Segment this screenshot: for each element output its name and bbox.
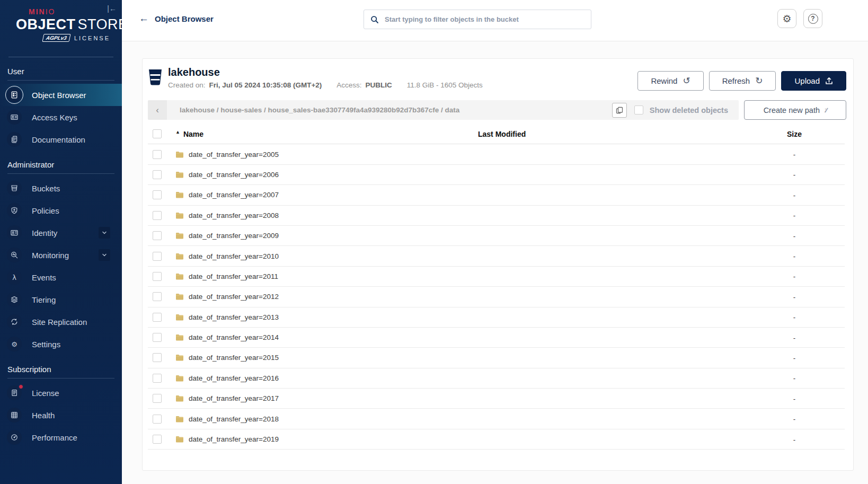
- show-deleted-toggle: Show deleted objects: [634, 105, 728, 115]
- table-row[interactable]: date_of_transfer_year=2009-: [148, 226, 845, 246]
- sidebar-item-settings[interactable]: ⚙Settings: [0, 333, 122, 355]
- sidebar-item-health[interactable]: Health: [0, 404, 122, 426]
- copy-icon: [616, 107, 623, 114]
- sidebar-item-license[interactable]: License: [0, 382, 122, 404]
- bucket-header: lakehouse Created on: Fri, Jul 05 2024 1…: [143, 59, 853, 98]
- row-checkbox[interactable]: [153, 333, 162, 342]
- settings-gear-button[interactable]: ⚙: [777, 9, 796, 28]
- sidebar-section-divider: [7, 80, 114, 81]
- object-folder-name[interactable]: date_of_transfer_year=2008: [189, 212, 279, 219]
- chevron-down-icon[interactable]: [99, 227, 110, 239]
- folder-icon: [175, 354, 184, 361]
- show-deleted-checkbox[interactable]: [634, 105, 643, 115]
- object-folder-name[interactable]: date_of_transfer_year=2016: [189, 374, 279, 382]
- object-folder-name[interactable]: date_of_transfer_year=2015: [189, 354, 279, 362]
- table-row[interactable]: date_of_transfer_year=2017-: [148, 389, 845, 409]
- row-checkbox[interactable]: [153, 231, 162, 240]
- breadcrumb-back-button[interactable]: ‹: [148, 100, 167, 120]
- sidebar-item-label: Settings: [32, 340, 60, 349]
- column-header-last-modified[interactable]: Last Modified: [478, 130, 526, 138]
- help-button[interactable]: ?: [803, 9, 822, 28]
- object-filter-searchbox[interactable]: [364, 10, 591, 29]
- sidebar-item-site-replication[interactable]: Site Replication: [0, 311, 122, 333]
- table-row[interactable]: date_of_transfer_year=2018-: [148, 409, 845, 429]
- search-input[interactable]: [385, 15, 584, 23]
- topbar: ← Object Browser ⚙ ?: [122, 0, 868, 41]
- object-folder-name[interactable]: date_of_transfer_year=2014: [189, 333, 279, 341]
- create-new-path-button[interactable]: Create new path :∕∕: [744, 100, 846, 120]
- sidebar-item-performance[interactable]: Performance: [0, 426, 122, 448]
- select-all-checkbox[interactable]: [153, 129, 162, 138]
- object-folder-name[interactable]: date_of_transfer_year=2018: [189, 415, 279, 423]
- copy-path-button[interactable]: [612, 103, 627, 118]
- row-checkbox[interactable]: [153, 211, 162, 220]
- column-header-name[interactable]: Name: [183, 130, 203, 138]
- sidebar-item-access-keys[interactable]: Access Keys: [0, 106, 122, 128]
- object-folder-name[interactable]: date_of_transfer_year=2011: [189, 272, 278, 280]
- folder-icon: [175, 375, 184, 382]
- size-cell: -: [793, 252, 796, 260]
- chevron-down-icon[interactable]: [99, 249, 110, 261]
- object-folder-name[interactable]: date_of_transfer_year=2017: [189, 394, 279, 402]
- table-row[interactable]: date_of_transfer_year=2007-: [148, 185, 845, 205]
- table-row[interactable]: date_of_transfer_year=2010-: [148, 246, 845, 266]
- sidebar-item-identity[interactable]: Identity: [0, 222, 122, 244]
- sidebar-item-label: Performance: [32, 433, 77, 442]
- upload-button[interactable]: Upload: [781, 71, 846, 91]
- object-folder-name[interactable]: date_of_transfer_year=2019: [189, 435, 279, 443]
- sidebar-item-label: Tiering: [32, 295, 56, 304]
- size-cell: -: [793, 212, 796, 219]
- row-checkbox[interactable]: [153, 394, 162, 403]
- size-cell: -: [793, 354, 796, 362]
- sidebar-item-monitoring[interactable]: Monitoring: [0, 244, 122, 266]
- column-header-size[interactable]: Size: [787, 130, 802, 138]
- row-checkbox[interactable]: [153, 374, 162, 383]
- sidebar-item-tiering[interactable]: Tiering: [0, 288, 122, 311]
- row-checkbox[interactable]: [153, 170, 162, 179]
- refresh-button[interactable]: Refresh↻: [709, 71, 776, 91]
- sidebar-section-label: Administrator: [0, 151, 122, 173]
- row-checkbox[interactable]: [153, 415, 162, 424]
- object-folder-name[interactable]: date_of_transfer_year=2007: [189, 191, 279, 199]
- table-row[interactable]: date_of_transfer_year=2005-: [148, 144, 845, 164]
- sidebar-item-documentation[interactable]: Documentation: [0, 128, 122, 151]
- object-browser-icon: [7, 87, 22, 102]
- buckets-icon: [7, 181, 22, 196]
- rewind-button[interactable]: Rewind↺: [637, 71, 703, 91]
- sort-ascending-icon[interactable]: ▲: [175, 129, 180, 135]
- row-checkbox[interactable]: [153, 353, 162, 362]
- sidebar-item-object-browser[interactable]: Object Browser: [0, 84, 122, 106]
- back-arrow-icon[interactable]: ←: [139, 13, 149, 24]
- table-row[interactable]: date_of_transfer_year=2019-: [148, 429, 845, 450]
- sidebar-item-events[interactable]: λEvents: [0, 266, 122, 288]
- object-folder-name[interactable]: date_of_transfer_year=2012: [189, 293, 279, 301]
- row-checkbox[interactable]: [153, 313, 162, 322]
- table-row[interactable]: date_of_transfer_year=2016-: [148, 368, 845, 389]
- breadcrumb[interactable]: lakehouse / house-sales / house_sales-ba…: [180, 106, 612, 114]
- row-checkbox[interactable]: [153, 292, 162, 301]
- table-row[interactable]: date_of_transfer_year=2015-: [148, 348, 845, 368]
- object-folder-name[interactable]: date_of_transfer_year=2005: [189, 151, 279, 159]
- table-row[interactable]: date_of_transfer_year=2013-: [148, 307, 845, 328]
- object-folder-name[interactable]: date_of_transfer_year=2009: [189, 232, 279, 240]
- monitoring-icon: [7, 248, 22, 262]
- table-row[interactable]: date_of_transfer_year=2011-: [148, 267, 845, 287]
- object-folder-name[interactable]: date_of_transfer_year=2010: [189, 252, 279, 260]
- row-checkbox[interactable]: [153, 252, 162, 261]
- size-cell: -: [793, 293, 796, 301]
- row-checkbox[interactable]: [153, 190, 162, 199]
- object-folder-name[interactable]: date_of_transfer_year=2013: [189, 313, 279, 321]
- bucket-icon: [148, 69, 163, 86]
- table-row[interactable]: date_of_transfer_year=2012-: [148, 287, 845, 307]
- size-cell: -: [793, 415, 796, 423]
- row-checkbox[interactable]: [153, 272, 162, 281]
- table-row[interactable]: date_of_transfer_year=2008-: [148, 206, 845, 226]
- row-checkbox[interactable]: [153, 150, 162, 159]
- sidebar-item-buckets[interactable]: Buckets: [0, 177, 122, 199]
- row-checkbox[interactable]: [153, 435, 162, 444]
- table-row[interactable]: date_of_transfer_year=2006-: [148, 165, 845, 185]
- rewind-icon: ↺: [683, 75, 690, 86]
- object-folder-name[interactable]: date_of_transfer_year=2006: [189, 171, 279, 179]
- sidebar-item-policies[interactable]: Policies: [0, 199, 122, 222]
- table-row[interactable]: date_of_transfer_year=2014-: [148, 328, 845, 348]
